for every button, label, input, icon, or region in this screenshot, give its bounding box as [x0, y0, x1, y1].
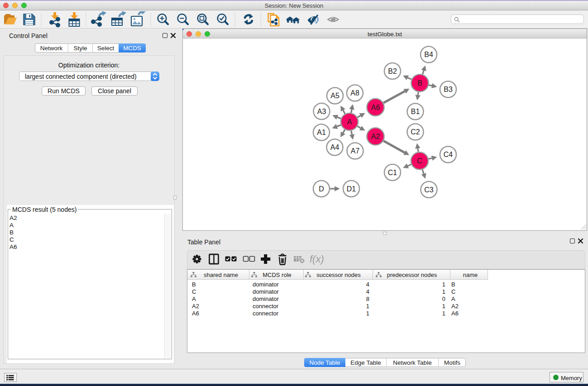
svg-text:C3: C3	[424, 186, 434, 194]
svg-text:B3: B3	[444, 86, 453, 93]
svg-text:C: C	[417, 157, 422, 165]
svg-text:f(x): f(x)	[310, 253, 324, 265]
svg-text:C1: C1	[388, 169, 397, 176]
svg-text:C4: C4	[444, 151, 453, 158]
svg-text:B2: B2	[388, 67, 397, 75]
svg-text:A: A	[347, 118, 352, 126]
svg-text:B4: B4	[424, 51, 433, 58]
svg-text:A3: A3	[317, 108, 326, 115]
svg-text:A7: A7	[351, 147, 360, 155]
svg-text:B: B	[417, 79, 422, 87]
svg-text:A5: A5	[330, 92, 339, 100]
svg-text:A8: A8	[350, 89, 359, 97]
svg-text:A2: A2	[371, 133, 380, 140]
svg-text:B1: B1	[411, 108, 420, 115]
svg-text:D1: D1	[347, 185, 356, 193]
svg-text:C2: C2	[411, 128, 420, 136]
svg-text:A4: A4	[330, 143, 339, 151]
svg-text:A6: A6	[371, 104, 380, 111]
svg-text:D: D	[319, 185, 324, 193]
svg-text:A1: A1	[317, 129, 326, 136]
